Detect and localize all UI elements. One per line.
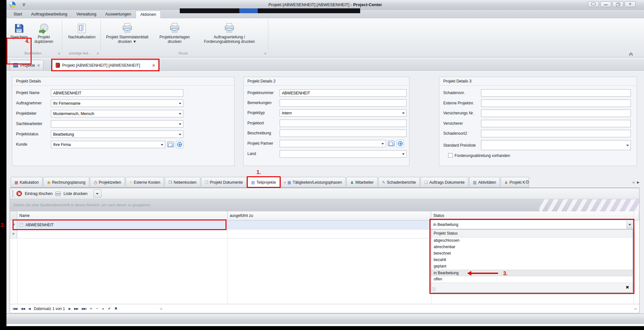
option-berechnet[interactable]: berechnet bbox=[431, 250, 633, 257]
externe-projektnr-input[interactable] bbox=[481, 100, 631, 107]
chevron-down-icon[interactable] bbox=[179, 123, 181, 125]
option-offen[interactable]: offen bbox=[431, 276, 633, 283]
tab-close-icon[interactable]: × bbox=[152, 63, 155, 67]
column-header-status[interactable]: Status bbox=[431, 211, 639, 220]
hscroll-right-icon[interactable]: ▶ bbox=[635, 307, 637, 310]
clear-icon[interactable]: ✖ bbox=[626, 285, 629, 290]
new-row-cell-name[interactable] bbox=[17, 229, 227, 238]
tab-projektzeiten[interactable]: ◷Projektzeiten bbox=[90, 177, 125, 188]
projekttyp-combo[interactable]: Intern bbox=[280, 109, 407, 117]
option-geplant[interactable]: geplant bbox=[431, 263, 633, 270]
ribbon-tab-auswertungen[interactable]: Auswertungen bbox=[101, 11, 136, 18]
tab-projekt-abwesenheit[interactable]: Projekt [ABWESENHEIT] [ABWESENHEIT] × bbox=[52, 60, 159, 71]
tab-rechnungsplanung[interactable]: ◉Rechnungsplanung bbox=[43, 177, 89, 188]
projekt-name-input[interactable]: ABWESENHEIT bbox=[51, 89, 183, 97]
projektstatus-combo[interactable]: Bearbeitung bbox=[51, 131, 183, 138]
lookup-card-icon[interactable] bbox=[167, 141, 174, 147]
column-header-ausgefuehrt-zu[interactable]: ausgeführt zu bbox=[227, 211, 431, 220]
nav-cancel-icon[interactable]: ✖ bbox=[114, 306, 117, 311]
ribbon-tab-auftragsbearbeitung[interactable]: Auftragsbearbeitung bbox=[26, 11, 72, 18]
tab-schadenberichte[interactable]: ✎Schadenberichte bbox=[378, 177, 420, 188]
tab-auftrags-dokumente[interactable]: ❏Auftrags Dokumente bbox=[420, 177, 468, 188]
tab-kalkulation[interactable]: ▦Kalkulation bbox=[11, 177, 43, 188]
sachbearbeiter-combo[interactable] bbox=[51, 120, 183, 128]
cell-ausgefuehrt-zu[interactable] bbox=[227, 220, 431, 229]
chevron-down-icon[interactable] bbox=[402, 112, 405, 114]
status-editor[interactable]: in Bearbeitung bbox=[431, 220, 633, 229]
versicherer-input[interactable] bbox=[481, 120, 631, 127]
cell-name[interactable]: + ABWESENHEIT bbox=[17, 220, 227, 229]
tab-scroll-right-icon[interactable]: ▶ bbox=[637, 180, 639, 184]
toolbar-dropdown-button[interactable] bbox=[93, 189, 101, 198]
add-kunde-button[interactable] bbox=[176, 141, 183, 148]
nav-next-icon[interactable]: ▶ bbox=[69, 307, 71, 310]
nav-edit-icon[interactable]: ▲ bbox=[102, 307, 104, 310]
ribbon-collapse-icon[interactable] bbox=[630, 52, 632, 55]
option-bezahlt[interactable]: bezahlt bbox=[431, 257, 633, 263]
screenshot-button[interactable] bbox=[588, 1, 599, 7]
print-list-button[interactable]: Liste drucken bbox=[63, 191, 87, 196]
print-auftragserteilung-button[interactable]: Auftragserteilung / Forderungsabtretung … bbox=[197, 19, 262, 44]
nav-prev-page-icon[interactable]: ◀◀ bbox=[21, 307, 25, 310]
nav-append-icon[interactable]: + bbox=[90, 306, 92, 311]
lookup-card-icon[interactable] bbox=[388, 141, 395, 146]
tab-aktivitaeten[interactable]: ▧Aktivitäten bbox=[469, 177, 500, 188]
nav-next-page-icon[interactable]: ▶▶ bbox=[74, 307, 78, 310]
ribbon-tab-aktionen[interactable]: Aktionen bbox=[136, 11, 161, 18]
print-stammdatenblatt-button[interactable]: Projekt Stammdatenblatt drucken ▼ bbox=[102, 19, 153, 44]
resize-grip-icon[interactable] bbox=[432, 287, 436, 291]
chevron-down-icon[interactable] bbox=[179, 134, 181, 135]
tab-externe-kosten[interactable]: ⚡Externe Kosten bbox=[126, 177, 164, 188]
option-abrechenbar[interactable]: abrechenbar bbox=[431, 244, 633, 250]
duplicate-project-button[interactable]: Projekt duplizieren bbox=[32, 19, 56, 44]
print-projektunterlagen-button[interactable]: Projektunterlagen drucken bbox=[154, 19, 195, 44]
auftragnehmer-combo[interactable]: Ihr Firmenname bbox=[51, 100, 183, 107]
schadensort2-input[interactable] bbox=[481, 130, 631, 137]
tab-teilprojekte[interactable]: ▤Teilprojekte 1. bbox=[247, 177, 280, 188]
beschreibung-input[interactable] bbox=[280, 130, 407, 137]
kunde-combo[interactable]: Ihre Firma bbox=[51, 141, 165, 148]
land-combo[interactable] bbox=[280, 150, 407, 158]
nav-prev-icon[interactable]: ◀ bbox=[28, 307, 30, 310]
nav-delete-icon[interactable]: − bbox=[96, 306, 98, 311]
chevron-down-icon[interactable] bbox=[626, 145, 629, 146]
forderungsabtretung-checkbox[interactable] bbox=[448, 153, 453, 158]
projektleiter-combo[interactable]: Mustermensch, Mensch bbox=[51, 110, 183, 117]
nachkalkulation-button[interactable]: Nachkalkulation bbox=[64, 19, 99, 39]
projekt-partner-combo[interactable] bbox=[280, 140, 386, 147]
dialog-launcher-icon[interactable]: ◢ bbox=[97, 52, 98, 54]
schadensnr-input[interactable] bbox=[481, 89, 631, 97]
nav-post-icon[interactable]: ✔ bbox=[108, 306, 111, 311]
gear-icon[interactable]: ⚙ bbox=[525, 179, 529, 185]
toolbar-grip[interactable] bbox=[12, 190, 14, 197]
tab-projekt-k[interactable]: ♟Projekt K bbox=[501, 177, 529, 188]
bemerkungen-input[interactable] bbox=[280, 99, 407, 107]
chevron-down-icon[interactable] bbox=[381, 143, 384, 145]
projektnummer-input[interactable]: ABWESENHEIT bbox=[280, 89, 407, 97]
chevron-down-icon[interactable] bbox=[402, 153, 405, 155]
tab-projekt-dokumente[interactable]: ❐Projekt Dokumente bbox=[201, 177, 247, 188]
column-header-name[interactable]: Name bbox=[17, 211, 227, 220]
tab-scroll-left-icon[interactable]: ◀ bbox=[632, 180, 635, 184]
nav-first-icon[interactable]: |◀◀ bbox=[13, 307, 17, 310]
standard-preisliste-combo[interactable] bbox=[481, 140, 631, 150]
expand-row-icon[interactable]: + bbox=[19, 223, 23, 227]
tab-nebenkosten[interactable]: ❒Nebenkosten bbox=[165, 177, 200, 188]
add-partner-button[interactable] bbox=[397, 140, 404, 147]
chevron-down-icon[interactable] bbox=[179, 113, 181, 115]
save-button[interactable]: Speichern bbox=[8, 19, 30, 39]
new-row-cell-ausgefuehrt-zu[interactable] bbox=[227, 229, 431, 238]
status-dropdown-button[interactable] bbox=[627, 220, 633, 229]
option-in-bearbeitung[interactable]: in Bearbeitung 3. bbox=[431, 270, 633, 276]
tab-mitarbeiter[interactable]: ♟Mitarbeiter bbox=[346, 177, 377, 188]
close-button[interactable]: × bbox=[625, 1, 636, 7]
hscroll-left-icon[interactable]: ◀ bbox=[159, 307, 161, 310]
chevron-down-icon[interactable] bbox=[179, 103, 181, 104]
group-by-bar[interactable]: Ziehen Sie eine Spaltenüberschrift in di… bbox=[10, 199, 639, 211]
nav-last-icon[interactable]: ▶▶| bbox=[82, 307, 86, 310]
dialog-launcher-icon[interactable]: ◢ bbox=[58, 52, 60, 54]
chevron-down-icon[interactable] bbox=[161, 144, 163, 146]
ribbon-tab-start[interactable]: Start bbox=[9, 11, 26, 18]
projektort-input[interactable] bbox=[280, 120, 407, 127]
tab-taetigkeiten[interactable]: ▸▦Tätigkeiten/Leistungsphasen bbox=[281, 177, 346, 188]
